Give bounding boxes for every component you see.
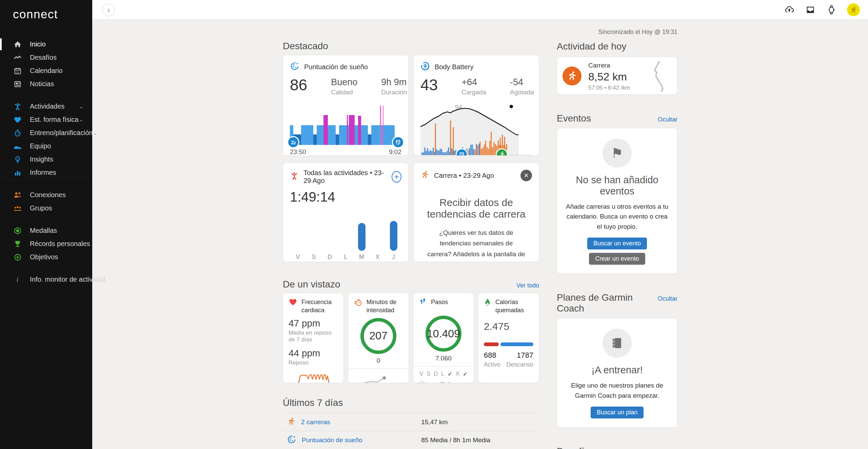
- sidebar-item-desafios[interactable]: Desafíos: [0, 51, 92, 64]
- last7-row-value: 85 Media / 8h 1m Media: [421, 436, 490, 444]
- week-bar: [390, 221, 397, 251]
- last7-row[interactable]: Zz★Puntuación de sueño85 Media / 8h 1m M…: [283, 431, 539, 449]
- target-green-icon: [13, 253, 22, 261]
- sync-status: Sincronizado el Hoy @ 19:31: [557, 29, 677, 36]
- sidebar-item-label: Calendario: [30, 67, 63, 75]
- group-orange-icon: [13, 204, 22, 212]
- create-event-button[interactable]: Crear un evento: [589, 253, 645, 265]
- sleep-axis-end: 9:02: [389, 148, 401, 156]
- intensity-card-title: Minutos de intensidad: [367, 298, 403, 315]
- heart-blue-icon: [13, 116, 22, 124]
- sidebar-item-label: Grupos: [30, 204, 52, 212]
- svg-text:Z: Z: [290, 437, 292, 441]
- intensity-icon: [354, 298, 362, 308]
- calories-active-value: 688: [484, 351, 500, 360]
- run-activity-icon: [563, 67, 581, 86]
- add-activity-button[interactable]: +: [392, 171, 401, 183]
- intensity-minutes-card[interactable]: Minutos de intensidad 207 0 LMX✓VSD: [348, 293, 409, 383]
- shoe-blue-icon: [13, 142, 22, 150]
- close-icon[interactable]: ✕: [520, 170, 532, 181]
- goal-check-icon: ✓: [463, 371, 468, 378]
- calories-bar: [484, 342, 533, 346]
- sidebar-item-grupos[interactable]: Grupos: [0, 202, 92, 215]
- inbox-icon[interactable]: [805, 4, 816, 15]
- hexagon-green-icon: [13, 227, 22, 235]
- sidebar-item-calendario[interactable]: 31Calendario: [0, 64, 92, 77]
- bb-drained-value: -54: [510, 77, 534, 88]
- steps-card[interactable]: Pasos 10.409 7.060 VSDL✓X✓ Últimos 7 día…: [413, 293, 474, 383]
- sidebar-item-informes[interactable]: Informes: [0, 166, 92, 179]
- events-empty-title: No se han añadido eventos: [565, 174, 670, 197]
- coach-empty-card: ¡A entrenar! Elige uno de nuestros plane…: [557, 318, 677, 428]
- profile-avatar[interactable]: [847, 3, 860, 16]
- coach-empty-body: Elige uno de nuestros planes de Garmin C…: [565, 380, 670, 400]
- home-icon: [13, 40, 22, 49]
- weekday-labels: VSDLMXJ: [290, 254, 401, 261]
- sidebar-item-conexiones[interactable]: Conexiones: [0, 188, 92, 202]
- sidebar-item-actividades[interactable]: Actividades⌄: [0, 100, 92, 113]
- run-promo-heading: Recibir datos de tendencias de carrera: [420, 197, 532, 220]
- sidebar-item-est-forma-fisica[interactable]: Est. forma física⌄: [0, 113, 92, 126]
- find-event-button[interactable]: Buscar un evento: [587, 238, 647, 249]
- bulb-blue-icon: [13, 155, 22, 164]
- sidebar: connect InicioDesafíos31CalendarioNotici…: [0, 0, 92, 449]
- events-hide-link[interactable]: Ocultar: [658, 116, 677, 123]
- sidebar-item-info-monitor-de-actividad[interactable]: iInfo. monitor de actividad: [0, 273, 92, 286]
- last7-row-link[interactable]: 2 carreras: [301, 418, 330, 426]
- sidebar-item-insights[interactable]: Insights: [0, 153, 92, 166]
- svg-text:z: z: [292, 439, 293, 442]
- last7-row[interactable]: 2 carreras15,47 km: [283, 413, 539, 431]
- sleep-duration-value: 9h 9m: [381, 77, 407, 88]
- wake-alarm-badge: [392, 136, 404, 148]
- coach-hide-link[interactable]: Ocultar: [658, 295, 677, 302]
- chart-blue-icon: [13, 169, 22, 177]
- training-plan-icon: [603, 329, 632, 358]
- all-activities-card[interactable]: Todas las actividades • 23-29 Ago + 1:49…: [283, 163, 409, 262]
- find-plan-button[interactable]: Buscar un plan: [591, 407, 644, 418]
- today-heading: Actividad de hoy: [557, 41, 677, 52]
- sidebar-item-label: Desafíos: [30, 54, 57, 61]
- see-all-link[interactable]: Ver todo: [516, 282, 539, 289]
- sidebar-item-equipo[interactable]: Equipo: [0, 139, 92, 153]
- steps-footer: Últimos 7 días: [419, 381, 468, 383]
- upload-cloud-icon[interactable]: [784, 4, 795, 15]
- svg-text:Z: Z: [293, 64, 295, 68]
- weekday-label: J: [390, 254, 397, 261]
- sidebar-item-records-personales[interactable]: Récords personales: [0, 237, 92, 250]
- weekday-label: V: [294, 254, 302, 261]
- calories-total: 2.475: [484, 321, 533, 332]
- heart-rate-card[interactable]: Frecuencia cardiaca 47 ppm Media en repo…: [283, 293, 344, 383]
- steps-card-title: Pasos: [431, 298, 448, 306]
- events-empty-card: ⚑ No se han añadido eventos Añade carrer…: [557, 128, 677, 274]
- steps-day-labels: VSDL✓X✓: [419, 371, 468, 378]
- hr-avg-value: 47 ppm: [289, 318, 338, 329]
- stopwatch-blue-icon: [13, 129, 22, 137]
- main-content: Destacado Z z ★ Puntuación de sueño: [92, 20, 868, 449]
- last7-row-link[interactable]: Puntuación de sueño: [302, 436, 362, 444]
- sleep-start-badge: Zz: [287, 136, 299, 148]
- back-button[interactable]: ‹: [102, 4, 115, 16]
- sidebar-item-label: Entreno/planificación: [30, 129, 93, 137]
- bb-drained-label: Agotada: [510, 89, 534, 96]
- weekday-label: L: [342, 254, 350, 261]
- news-icon: [13, 80, 22, 88]
- sidebar-item-medallas[interactable]: Medallas: [0, 224, 92, 237]
- hr-rest-value: 44 ppm: [289, 348, 338, 359]
- week-bar: [358, 223, 366, 251]
- sleep-score-card[interactable]: Z z ★ Puntuación de sueño 86 Bueno Calid…: [283, 55, 409, 156]
- sidebar-item-inicio[interactable]: Inicio: [0, 38, 92, 51]
- calories-card[interactable]: Calorías quemadas 2.475 688 Activo 1787 …: [478, 293, 539, 383]
- weekday-label: D: [326, 254, 334, 261]
- sidebar-item-objetivos[interactable]: Objetivos: [0, 250, 92, 264]
- device-watch-icon[interactable]: [826, 4, 837, 15]
- run-icon: [420, 170, 429, 181]
- body-battery-card[interactable]: Body Battery 43 +64 Cargada -54 Agotada …: [413, 55, 539, 156]
- coach-empty-title: ¡A entrenar!: [565, 364, 670, 376]
- coach-heading: Planes de Garmin Coach: [557, 292, 658, 314]
- sidebar-item-noticias[interactable]: Noticias: [0, 77, 92, 91]
- svg-text:★: ★: [296, 62, 298, 65]
- route-preview: [640, 60, 671, 94]
- sidebar-item-entreno-planificacion[interactable]: Entreno/planificación⌄: [0, 126, 92, 139]
- runner-orange-icon: [287, 417, 296, 427]
- today-activity-card[interactable]: Carrera 8,52 km 57:05 • 6:42 /km: [557, 57, 677, 95]
